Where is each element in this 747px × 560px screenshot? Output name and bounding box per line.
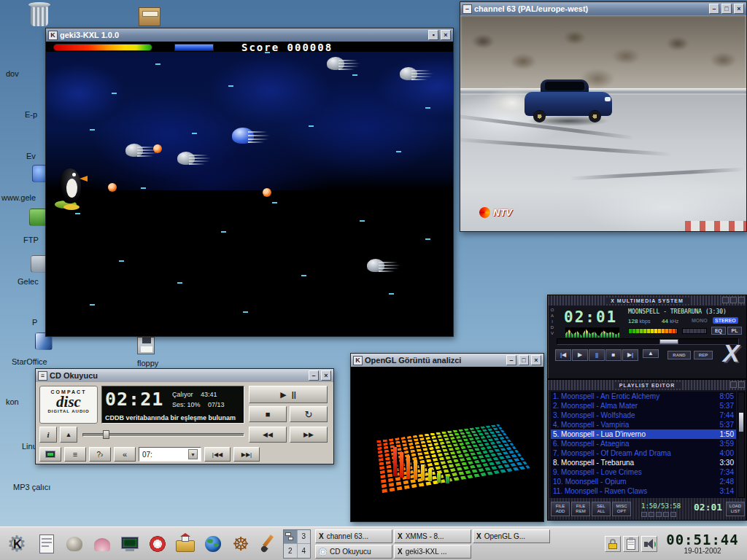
browser-button[interactable] bbox=[200, 529, 226, 559]
xmms-seek-bar[interactable] bbox=[557, 338, 739, 345]
xmms-previous-button[interactable]: |◀ bbox=[555, 349, 571, 361]
help-button[interactable] bbox=[144, 529, 171, 559]
window-list-button[interactable] bbox=[34, 529, 60, 559]
xmms-song-marquee[interactable]: MOONSPELL - TREBARUNA (3:30) bbox=[628, 308, 739, 315]
playlist-track[interactable]: 9. Moonspell - Love Crimes7:34 bbox=[551, 467, 736, 477]
xmms-time-display[interactable]: 02:01 bbox=[564, 308, 617, 326]
xmms-close-button[interactable] bbox=[738, 297, 745, 303]
pager-desktop-2[interactable]: 2 bbox=[284, 544, 297, 558]
playlist-track[interactable]: 4. Moonspell - Vampiria5:37 bbox=[551, 420, 736, 429]
track-select-dropdown[interactable]: 07: ▼ bbox=[139, 447, 201, 462]
close-button[interactable]: × bbox=[441, 30, 451, 40]
desktop-label[interactable]: MP3 çalıcı bbox=[13, 483, 50, 491]
k-menu-button[interactable]: ⚙ K bbox=[1, 529, 32, 559]
desktop-label[interactable]: dov bbox=[6, 69, 19, 78]
maximize-button[interactable]: ▪ bbox=[428, 30, 438, 40]
display-mode-button[interactable] bbox=[39, 447, 61, 462]
floppy-icon[interactable] bbox=[137, 337, 155, 354]
playlist-track[interactable]: 6. Moonspell - Ataegina3:59 bbox=[551, 439, 736, 448]
playlist-track[interactable]: 10. Moonspell - Opium2:48 bbox=[551, 477, 736, 486]
playlist-track[interactable]: 3. Moonspell - Wolfshade7:44 bbox=[551, 411, 736, 420]
xmms-eject-button[interactable]: ▲ bbox=[643, 349, 659, 358]
repeat-button[interactable]: REP bbox=[694, 351, 713, 359]
playlist-close-button[interactable] bbox=[738, 381, 745, 388]
xmms-pause-button[interactable]: || bbox=[589, 349, 605, 361]
desktop-label[interactable]: www.gele bbox=[1, 193, 36, 202]
close-button[interactable]: × bbox=[321, 370, 331, 381]
playlist-mini-transport[interactable] bbox=[641, 512, 676, 517]
minimize-button[interactable]: – bbox=[709, 4, 719, 14]
restart-track-button[interactable]: « bbox=[114, 447, 136, 462]
close-button[interactable]: × bbox=[734, 4, 744, 14]
playlist-track[interactable]: 7. Moonspell - Of Dream And Drama4:00 bbox=[551, 448, 736, 458]
desktop-label[interactable]: E-p bbox=[25, 110, 37, 119]
volume-slider-handle[interactable] bbox=[103, 430, 109, 439]
next-track-button[interactable]: ▶▶| bbox=[233, 447, 260, 462]
previous-track-button[interactable]: |◀◀ bbox=[204, 447, 231, 462]
forward-button[interactable]: ▶▶ bbox=[290, 427, 328, 443]
maximize-button[interactable]: □ bbox=[721, 4, 732, 14]
task-cd-player[interactable]: CD Okuyucu bbox=[315, 545, 392, 559]
eject-button[interactable]: ▲ bbox=[60, 427, 77, 443]
volume-slider[interactable] bbox=[82, 430, 244, 439]
opengl-titlebar[interactable]: K OpenGL Görüntü analizci – □ × bbox=[351, 354, 543, 367]
playlist-shade-button[interactable] bbox=[730, 381, 737, 388]
task-geki3[interactable]: X geki3-KXL ... bbox=[394, 545, 471, 559]
task-channel63[interactable]: X channel 63... bbox=[315, 529, 392, 543]
terminal-button[interactable] bbox=[117, 529, 143, 559]
xmms-next-button[interactable]: ▶| bbox=[622, 349, 638, 361]
desktop-label[interactable]: StarOffice bbox=[12, 357, 47, 366]
klipper-clipboard-icon[interactable] bbox=[623, 536, 639, 552]
cd-titlebar[interactable]: ≡ CD Okuyucu – × bbox=[36, 369, 333, 382]
playlist-track-current[interactable]: 8. Moonspell - Trebaruna3:30 bbox=[551, 458, 736, 467]
paint-button[interactable] bbox=[255, 529, 282, 559]
konsole-button[interactable] bbox=[89, 529, 115, 559]
maximize-button[interactable]: □ bbox=[519, 355, 529, 365]
xmms-play-button[interactable]: ▶ bbox=[572, 349, 588, 361]
xmms-balance-slider[interactable] bbox=[682, 328, 707, 334]
xmms-shade-button[interactable] bbox=[730, 297, 737, 303]
desktop-label[interactable]: FTP bbox=[23, 236, 39, 244]
playlist-scrollbar[interactable] bbox=[738, 392, 745, 498]
pager-desktop-3[interactable]: 3 bbox=[298, 530, 311, 544]
volume-speaker-icon[interactable] bbox=[641, 536, 657, 552]
seek-handle[interactable] bbox=[659, 339, 678, 344]
playlist-toggle-button[interactable]: PL bbox=[727, 327, 742, 335]
playlist-track[interactable]: 1. Moonspell - An Erotic Alchemy8:05 bbox=[551, 392, 736, 401]
playlist-select-button[interactable]: SEL ALL bbox=[592, 502, 611, 516]
xmms-titlebar[interactable]: X MULTIMEDIA SYSTEM bbox=[548, 295, 746, 306]
menu-button[interactable]: ≡ bbox=[64, 447, 86, 462]
playlist-remove-button[interactable]: FILE REM bbox=[571, 502, 590, 516]
geki3-titlebar[interactable]: K geki3-KXL 1.0.0 ▪ × bbox=[46, 28, 453, 42]
task-xmms[interactable]: X XMMS - 8... bbox=[394, 529, 471, 543]
info-button[interactable]: i bbox=[39, 427, 57, 443]
xmms-spectrum-analyzer[interactable] bbox=[565, 327, 619, 338]
playlist-titlebar[interactable]: PLAYLIST EDITOR bbox=[548, 380, 746, 390]
desktop-label[interactable]: Ev bbox=[26, 152, 36, 160]
desktop-icon-green[interactable] bbox=[29, 209, 47, 226]
xmms-clutterbar[interactable]: OAIDV bbox=[550, 308, 554, 337]
tv-titlebar[interactable]: – channel 63 (PAL/europe-west) – □ × bbox=[460, 2, 746, 15]
shuffle-button[interactable]: RAND bbox=[667, 351, 691, 359]
lock-icon[interactable] bbox=[605, 536, 621, 552]
playlist-add-button[interactable]: FILE ADD bbox=[551, 502, 570, 516]
playlist-misc-button[interactable]: MISC OPT bbox=[612, 502, 631, 516]
konqueror-button[interactable]: ☸ bbox=[228, 529, 254, 559]
loop-button[interactable]: ↻ bbox=[290, 406, 328, 422]
minimize-button[interactable]: – bbox=[506, 355, 516, 365]
playlist-track[interactable]: 11. Moonspell - Raven Claws3:14 bbox=[551, 486, 736, 496]
home-button[interactable] bbox=[172, 529, 198, 559]
equalizer-toggle-button[interactable]: EQ bbox=[711, 327, 726, 335]
random-play-button[interactable]: ?› bbox=[89, 447, 111, 462]
playlist-load-button[interactable]: LOAD LIST bbox=[726, 502, 745, 516]
scrollbar-thumb[interactable] bbox=[739, 413, 743, 432]
shell-button[interactable] bbox=[61, 529, 88, 559]
package-icon[interactable] bbox=[139, 7, 160, 26]
desktop-label[interactable]: P bbox=[32, 318, 37, 327]
xmms-stop-button[interactable]: ■ bbox=[605, 349, 622, 361]
pager-desktop-4[interactable]: 4 bbox=[298, 544, 311, 558]
desktop-label[interactable]: Gelec bbox=[18, 277, 39, 286]
xmms-minimize-button[interactable] bbox=[722, 297, 729, 303]
task-opengl[interactable]: X OpenGL G... bbox=[473, 529, 550, 543]
close-button[interactable]: × bbox=[531, 355, 541, 365]
